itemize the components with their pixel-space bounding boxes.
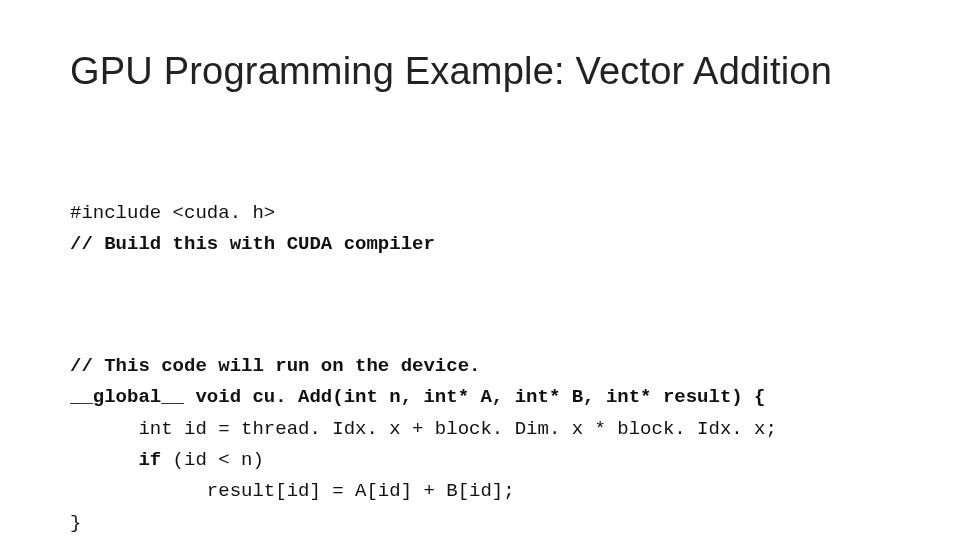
code-block: #include <cuda. h> // Build this with CU…	[70, 135, 890, 540]
code-line: // Build this with CUDA compiler	[70, 233, 435, 255]
slide: GPU Programming Example: Vector Addition…	[0, 0, 960, 540]
code-block-2: // This code will run on the device. __g…	[70, 351, 890, 539]
code-line: __global__ void cu. Add(int n, int* A, i…	[70, 386, 766, 408]
code-line: result[id] = A[id] + B[id];	[70, 480, 515, 502]
code-block-1: #include <cuda. h> // Build this with CU…	[70, 198, 890, 261]
slide-title: GPU Programming Example: Vector Addition	[70, 50, 890, 93]
code-line: (id < n)	[161, 449, 264, 471]
code-line: }	[70, 512, 81, 534]
code-line: if	[70, 449, 161, 471]
code-line: // This code will run on the device.	[70, 355, 480, 377]
code-line: #include <cuda. h>	[70, 202, 275, 224]
code-line: int id = thread. Idx. x + block. Dim. x …	[70, 418, 777, 440]
